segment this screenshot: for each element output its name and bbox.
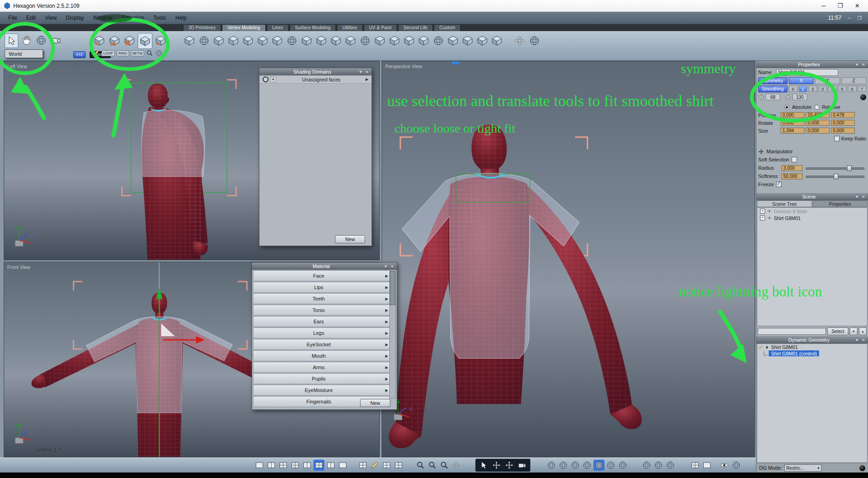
loop-select-button[interactable]: LOOP xyxy=(102,50,115,56)
snap-grid-button[interactable] xyxy=(369,460,380,471)
material-item[interactable]: Pupils▶ xyxy=(253,373,390,384)
scrollbar-thumb[interactable] xyxy=(390,271,395,305)
tab-vertex-modeling[interactable]: Vertex Modeling xyxy=(222,24,266,31)
modeling-tool-icon[interactable] xyxy=(491,34,503,48)
maximize-button[interactable]: ❐ xyxy=(837,2,843,9)
smoothing-button[interactable]: Smoothing xyxy=(758,86,787,92)
range-high-value[interactable]: 130 xyxy=(793,94,807,100)
smoothing-level-3[interactable]: 3 xyxy=(819,86,827,92)
backdrop-button[interactable] xyxy=(701,460,712,471)
layout-single-button[interactable] xyxy=(254,460,265,471)
snap-points-button[interactable] xyxy=(393,460,404,471)
collapse-icon[interactable]: ▼ xyxy=(383,264,389,269)
new-material-button[interactable]: New xyxy=(360,399,390,407)
position-y-input[interactable]: 15.402 xyxy=(806,112,830,118)
pan-tool-button[interactable] xyxy=(20,33,33,47)
size-z-input[interactable]: 0.000 xyxy=(831,128,855,134)
dg-item-shirt-control[interactable]: Shirt G8M01 (control) xyxy=(764,350,867,356)
range-low-value[interactable]: 68 xyxy=(766,94,780,100)
modeling-tool-icon[interactable] xyxy=(242,34,254,48)
modeling-tool-icon[interactable] xyxy=(528,34,541,48)
lightning-bolt-icon[interactable] xyxy=(765,345,770,350)
menu-help[interactable]: Help xyxy=(171,12,191,24)
material-item[interactable]: Torso▶ xyxy=(253,305,390,316)
translate-mode-button[interactable] xyxy=(491,460,502,471)
material-item[interactable]: Arms▶ xyxy=(253,362,390,373)
expand-icon[interactable]: + xyxy=(760,209,765,214)
zoom-fit-button[interactable] xyxy=(439,460,450,471)
render-preview-button[interactable] xyxy=(731,460,742,471)
shading-active-button[interactable] xyxy=(593,460,604,471)
close-icon[interactable]: ✕ xyxy=(364,70,370,74)
softness-slider[interactable] xyxy=(806,173,864,179)
zoom-in-button[interactable] xyxy=(427,460,438,471)
rotate-mode-button[interactable] xyxy=(504,460,515,471)
ground-plane-button[interactable] xyxy=(690,460,701,471)
menu-selection[interactable]: Selection xyxy=(117,12,149,24)
tab-scene-tree[interactable]: Scene Tree xyxy=(757,200,812,207)
tab-lines[interactable]: Lines xyxy=(267,24,289,31)
shading-textured-button[interactable] xyxy=(582,460,593,471)
keep-ratio-checkbox[interactable] xyxy=(834,136,840,141)
material-item[interactable]: Teeth▶ xyxy=(253,293,390,304)
shading-ghost-button[interactable] xyxy=(605,460,616,471)
softness-input[interactable]: 50.000 xyxy=(782,173,803,179)
layout-three-button[interactable] xyxy=(278,460,289,471)
shading-xray-button[interactable] xyxy=(617,460,628,471)
menu-display[interactable]: Display xyxy=(61,12,88,24)
material-item[interactable]: Legs▶ xyxy=(253,328,390,338)
modeling-tool-icon[interactable] xyxy=(432,34,445,48)
material-item[interactable]: EyeSocket▶ xyxy=(253,339,390,350)
paint-select-icon[interactable] xyxy=(92,50,100,56)
layout-columns-button[interactable] xyxy=(337,460,348,471)
new-domain-button[interactable]: New xyxy=(335,235,365,243)
modeling-tool-icon[interactable] xyxy=(461,34,474,48)
scrollbar[interactable] xyxy=(389,270,396,398)
relative-radio[interactable] xyxy=(814,105,819,110)
material-item[interactable]: Face▶ xyxy=(253,270,390,281)
modeling-tool-icon[interactable] xyxy=(373,34,386,48)
collapse-icon[interactable]: ▼ xyxy=(854,195,860,199)
visibility-eye-icon[interactable] xyxy=(767,215,772,220)
symmetry-z-button[interactable]: Z xyxy=(841,77,866,84)
tab-scene-properties[interactable]: Properties xyxy=(813,200,868,207)
smoothing-level-7[interactable]: 7 xyxy=(858,86,867,92)
tab-3d-primitives[interactable]: 3D Primitives xyxy=(183,24,221,31)
size-y-input[interactable]: 0.000 xyxy=(806,128,830,134)
layout-four-button[interactable] xyxy=(290,460,301,471)
orbit-tool-button[interactable] xyxy=(35,33,48,47)
dg-item-shirt[interactable]: Shirt G8M01 xyxy=(757,344,867,350)
collapse-icon[interactable]: ▼ xyxy=(854,63,860,67)
material-item[interactable]: Lips▶ xyxy=(253,282,390,293)
select-object-button[interactable] xyxy=(138,33,152,49)
modeling-tool-icon[interactable] xyxy=(447,34,459,48)
smoothing-level-0[interactable]: 0 xyxy=(789,86,798,92)
rotate-y-input[interactable]: 0.000 xyxy=(806,120,830,126)
prev-icon[interactable]: ▼ xyxy=(850,328,857,335)
menu-edit[interactable]: Edit xyxy=(22,12,40,24)
select-mode-button[interactable] xyxy=(478,460,489,471)
modeling-tool-icon[interactable] xyxy=(329,34,342,48)
guides-button[interactable] xyxy=(381,460,392,471)
material-item[interactable]: Ears▶ xyxy=(253,316,390,327)
collapse-icon[interactable]: ▼ xyxy=(854,338,860,342)
shading-smooth-button[interactable] xyxy=(570,460,581,471)
radius-slider[interactable] xyxy=(806,165,864,171)
smoothing-level-4[interactable]: 4 xyxy=(828,86,837,92)
app-maximize-icon[interactable]: ❐ xyxy=(857,16,862,21)
camera-view-button[interactable] xyxy=(517,460,528,471)
layout-split-button[interactable] xyxy=(302,460,313,471)
close-icon[interactable]: ✕ xyxy=(389,264,395,269)
select-faces-button[interactable] xyxy=(123,33,136,48)
collapse-icon[interactable]: ▼ xyxy=(357,70,364,74)
smoothing-level-5[interactable]: 5 xyxy=(838,86,847,92)
modeling-tool-icon[interactable] xyxy=(227,34,240,48)
menu-tools[interactable]: Tools xyxy=(149,12,171,24)
layout-active-button[interactable] xyxy=(313,460,324,471)
next-icon[interactable]: ▲ xyxy=(859,328,867,335)
zoom-out-button[interactable] xyxy=(415,460,426,471)
expand-icon[interactable]: + xyxy=(760,215,765,220)
dg-mode-dropdown[interactable]: Restric... ▼ xyxy=(784,464,822,472)
close-button[interactable]: ✕ xyxy=(855,2,860,9)
scene-item-genesis[interactable]: + Genesis 8 Male xyxy=(757,208,867,215)
